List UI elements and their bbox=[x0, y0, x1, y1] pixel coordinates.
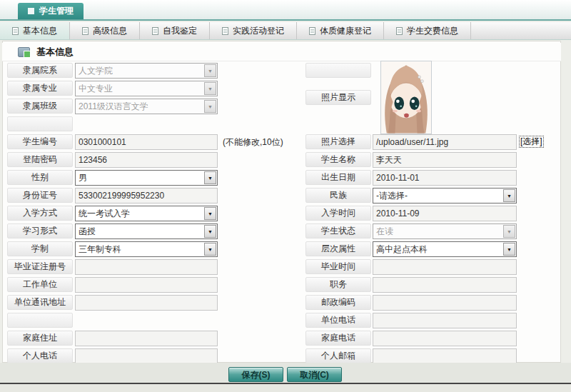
dropdown-arrow-icon: ▼ bbox=[204, 100, 216, 113]
student-id-note: (不能修改,10位) bbox=[223, 136, 283, 149]
form-row: 登陆密码 bbox=[7, 152, 296, 168]
major-select[interactable]: 中文专业 ▼ bbox=[75, 81, 218, 96]
graduation-date-input[interactable] bbox=[373, 259, 517, 275]
save-button[interactable]: 保存(S) bbox=[228, 367, 283, 382]
form-row: 毕业证注册号 bbox=[7, 259, 296, 275]
home-phone-input[interactable] bbox=[373, 331, 517, 346]
module-tab-student-management[interactable]: 学生管理 bbox=[18, 3, 84, 19]
schooling-length-select[interactable]: 三年制专科 ▼ bbox=[75, 241, 218, 257]
study-form-select[interactable]: 函授 ▼ bbox=[75, 223, 218, 239]
form-row: 毕业时间 bbox=[305, 259, 552, 275]
postal-code-input[interactable] bbox=[373, 295, 517, 311]
field-label: 入学时间 bbox=[305, 206, 371, 221]
student-name-input[interactable] bbox=[373, 152, 517, 168]
form-row: 隶属班级 2011级汉语言文学 ▼ bbox=[7, 99, 296, 114]
form-row: 性别 男 ▼ bbox=[7, 170, 296, 186]
form-row: 个人邮箱 bbox=[305, 348, 552, 364]
form-row: 邮政编码 bbox=[305, 295, 552, 311]
dropdown-arrow-icon: ▼ bbox=[204, 243, 216, 256]
select-value: -请选择- bbox=[376, 190, 408, 202]
blank-label bbox=[7, 116, 73, 131]
field-label: 隶属院系 bbox=[7, 63, 73, 78]
field-label: 隶属班级 bbox=[7, 99, 73, 114]
top-module-bar: 学生管理 bbox=[0, 0, 571, 21]
field-label: 家庭电话 bbox=[305, 331, 371, 346]
gender-select[interactable]: 男 ▼ bbox=[75, 170, 218, 186]
select-value: 函授 bbox=[79, 226, 96, 238]
field-label: 个人邮箱 bbox=[305, 348, 371, 363]
tab-label: 自我鉴定 bbox=[163, 25, 197, 37]
password-input[interactable] bbox=[75, 152, 218, 168]
personal-email-input[interactable] bbox=[373, 348, 517, 364]
diploma-reg-input[interactable] bbox=[75, 259, 218, 275]
field-label: 单位通讯地址 bbox=[7, 295, 73, 310]
form-row: 学生状态 在读 ▼ bbox=[305, 223, 552, 239]
tab-practice-activity[interactable]: 实践活动登记 bbox=[210, 22, 297, 39]
document-icon bbox=[309, 27, 315, 35]
dropdown-arrow-icon: ▼ bbox=[204, 64, 216, 77]
form-row: 身份证号 bbox=[7, 188, 296, 203]
photo-display-label: 照片显示 bbox=[305, 90, 371, 105]
tab-physical-health[interactable]: 体质健康登记 bbox=[297, 22, 384, 39]
button-band bbox=[0, 363, 571, 383]
dropdown-arrow-icon: ▼ bbox=[204, 225, 216, 238]
form-row: 学制 三年制专科 ▼ bbox=[7, 241, 296, 257]
dropdown-arrow-icon: ▼ bbox=[503, 225, 515, 238]
module-tab-label: 学生管理 bbox=[39, 5, 74, 17]
work-phone-input[interactable] bbox=[373, 313, 517, 328]
field-label: 隶属专业 bbox=[7, 81, 73, 96]
select-value: 在读 bbox=[376, 226, 393, 238]
work-address-input[interactable] bbox=[75, 295, 218, 311]
section-header: 基本信息 bbox=[2, 43, 561, 61]
tab-basic-info[interactable]: 基本信息 bbox=[0, 22, 70, 39]
form-row-spacer bbox=[7, 313, 296, 328]
personal-phone-input[interactable] bbox=[75, 348, 218, 364]
field-label: 学生编号 bbox=[7, 134, 73, 149]
document-icon bbox=[396, 27, 403, 35]
field-label: 性别 bbox=[7, 170, 73, 185]
photo-path-input[interactable] bbox=[373, 134, 517, 150]
choose-photo-button[interactable]: [选择] bbox=[519, 136, 544, 148]
enroll-date-input[interactable] bbox=[373, 206, 517, 221]
work-unit-input[interactable] bbox=[75, 277, 218, 293]
select-value: 2011级汉语言文学 bbox=[79, 101, 148, 113]
form-row: 隶属院系 人文学院 ▼ bbox=[7, 63, 296, 79]
tab-tuition-info[interactable]: 学生交费信息 bbox=[384, 22, 471, 39]
form-row: 家庭电话 bbox=[305, 331, 552, 346]
document-icon bbox=[222, 27, 228, 35]
form-row-spacer bbox=[7, 116, 296, 132]
field-label: 毕业证注册号 bbox=[7, 259, 73, 274]
home-address-input[interactable] bbox=[75, 331, 218, 346]
form-row: 学生名称 bbox=[305, 152, 552, 168]
tab-label: 体质健康登记 bbox=[320, 25, 371, 37]
admission-method-select[interactable]: 统一考试入学 ▼ bbox=[75, 206, 218, 221]
blank-label bbox=[305, 63, 371, 78]
dept-select[interactable]: 人文学院 ▼ bbox=[75, 63, 218, 79]
form-row: 民族 -请选择- ▼ bbox=[305, 188, 552, 203]
form-row: 照片选择 [选择] bbox=[305, 134, 552, 150]
select-value: 高中起点本科 bbox=[376, 243, 428, 256]
cancel-button[interactable]: 取消(C) bbox=[287, 367, 342, 382]
blank-label bbox=[7, 313, 73, 328]
student-photo bbox=[380, 61, 432, 134]
field-label: 邮政编码 bbox=[305, 295, 371, 310]
square-bullet-icon bbox=[28, 8, 34, 14]
form-row: 家庭住址 bbox=[7, 331, 296, 346]
form-row: 学习形式 函授 ▼ bbox=[7, 223, 296, 239]
birth-date-input[interactable] bbox=[373, 170, 517, 186]
form-row: 出生日期 bbox=[305, 170, 552, 186]
field-label: 身份证号 bbox=[7, 188, 73, 203]
form-row: 入学时间 bbox=[305, 206, 552, 221]
ethnicity-select[interactable]: -请选择- ▼ bbox=[373, 188, 517, 203]
level-attribute-select[interactable]: 高中起点本科 ▼ bbox=[373, 241, 517, 257]
id-number-input[interactable] bbox=[75, 188, 218, 203]
class-select[interactable]: 2011级汉语言文学 ▼ bbox=[75, 99, 218, 114]
student-status-select[interactable]: 在读 ▼ bbox=[373, 223, 517, 239]
student-id-input[interactable] bbox=[75, 134, 218, 150]
tab-advanced-info[interactable]: 高级信息 bbox=[70, 22, 140, 39]
field-label: 职务 bbox=[305, 277, 371, 292]
select-value: 中文专业 bbox=[79, 83, 113, 95]
tab-self-assessment[interactable]: 自我鉴定 bbox=[140, 22, 210, 39]
position-input[interactable] bbox=[373, 277, 517, 293]
document-icon bbox=[152, 27, 158, 35]
